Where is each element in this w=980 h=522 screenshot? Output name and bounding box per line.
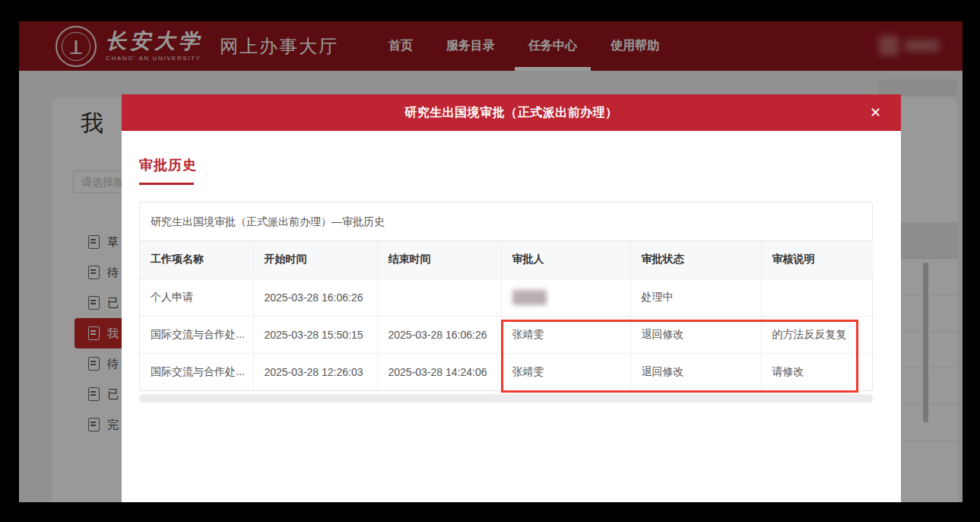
horizontal-scrollbar[interactable] xyxy=(139,394,873,403)
modal-body: 审批历史 研究生出国境审批（正式派出前办理）—审批历史 工作项名称开始时间结束时… xyxy=(122,156,901,403)
column-header: 开始时间 xyxy=(253,241,377,279)
table-caption: 研究生出国境审批（正式派出前办理）—审批历史 xyxy=(140,202,872,241)
cell: 国际交流与合作处... xyxy=(140,316,253,353)
table-row-1: 国际交流与合作处...2025-03-28 15:50:152025-03-28… xyxy=(140,316,874,353)
column-header: 审批状态 xyxy=(630,241,761,279)
cell: 国际交流与合作处... xyxy=(140,353,253,390)
approver-name-blurred xyxy=(512,290,547,305)
cell: 2025-03-28 16:06:26 xyxy=(377,316,501,353)
approval-history-table: 研究生出国境审批（正式派出前办理）—审批历史 工作项名称开始时间结束时间审批人审… xyxy=(139,202,873,391)
section-heading: 审批历史 xyxy=(139,156,883,174)
cell: 张靖雯 xyxy=(501,353,630,390)
cell: 退回修改 xyxy=(630,316,761,353)
table-header-row: 工作项名称开始时间结束时间审批人审批状态审核说明 xyxy=(140,241,874,279)
browser-viewport: 长安大学 CHANG' AN UNIVERSITY 网上办事大厅 首页服务目录任… xyxy=(19,21,963,502)
table-row-2: 国际交流与合作处...2025-03-28 12:26:032025-03-28… xyxy=(140,353,874,390)
cell: 退回修改 xyxy=(630,353,761,390)
cell xyxy=(761,279,874,316)
cell xyxy=(377,279,501,316)
section-heading-underline xyxy=(139,183,194,185)
modal-header: 研究生出国境审批（正式派出前办理） ✕ xyxy=(122,94,901,131)
close-icon[interactable]: ✕ xyxy=(870,106,881,119)
column-header: 工作项名称 xyxy=(140,241,253,279)
modal-title: 研究生出国境审批（正式派出前办理） xyxy=(404,105,618,121)
cell: 2025-03-28 16:06:26 xyxy=(253,279,377,316)
column-header: 审核说明 xyxy=(761,241,874,279)
cell: 张靖雯 xyxy=(501,316,630,353)
cell: 的方法反反复复 xyxy=(761,316,874,353)
cell xyxy=(501,279,630,316)
cell: 2025-03-28 12:26:03 xyxy=(253,353,377,390)
cell: 请修改 xyxy=(761,353,874,390)
approval-history-modal: 研究生出国境审批（正式派出前办理） ✕ 审批历史 研究生出国境审批（正式派出前办… xyxy=(122,94,901,502)
table-row-0: 个人申请2025-03-28 16:06:26处理中 xyxy=(140,279,874,316)
cell: 处理中 xyxy=(630,279,761,316)
column-header: 审批人 xyxy=(501,241,630,279)
cell: 2025-03-28 15:50:15 xyxy=(253,316,377,353)
cell: 2025-03-28 14:24:06 xyxy=(377,353,501,390)
column-header: 结束时间 xyxy=(377,241,501,279)
cell: 个人申请 xyxy=(140,279,253,316)
